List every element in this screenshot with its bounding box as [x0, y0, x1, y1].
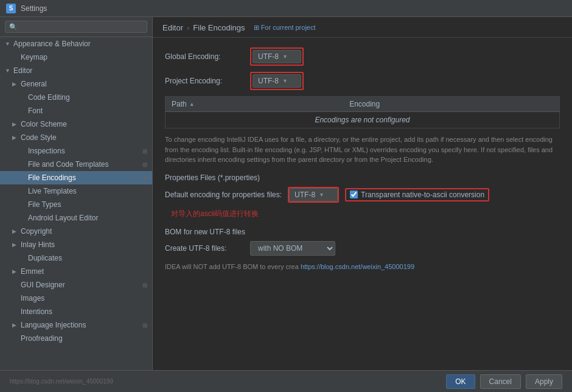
nav-arrow-icon: ▶ [12, 322, 21, 328]
sidebar-item-proofreading[interactable]: Proofreading [0, 332, 152, 345]
sidebar-item-appearance[interactable]: ▼Appearance & Behavior [0, 37, 152, 51]
sidebar-item-general[interactable]: ▶General [0, 77, 152, 91]
sidebar-item-emmet[interactable]: ▶Emmet [0, 265, 152, 278]
sidebar-item-intentions[interactable]: Intentions [0, 305, 152, 318]
breadcrumb-editor: Editor [162, 23, 183, 32]
table-empty-row: Encodings are not configured [166, 112, 560, 128]
ok-button[interactable]: OK [446, 374, 475, 389]
project-encoding-value: UTF-8 [258, 77, 279, 85]
sidebar-item-font[interactable]: Font [0, 104, 152, 117]
bom-info-static: IDEA will NOT add UTF-8 BOM to every cre… [165, 263, 299, 270]
sidebar-item-images[interactable]: Images [0, 292, 152, 305]
sidebar-item-file-types[interactable]: File Types [0, 198, 152, 211]
nav-arrow-icon: ▶ [12, 242, 21, 248]
global-encoding-value: UTF-8 [258, 52, 279, 61]
nav-label-intentions: Intentions [21, 307, 52, 316]
nav-label-file-types: File Types [28, 200, 61, 209]
bom-info-text: IDEA will NOT add UTF-8 BOM to every cre… [165, 262, 554, 272]
nav-label-duplicates: Duplicates [28, 254, 62, 262]
nav-label-language-injections: Language Injections [21, 321, 86, 329]
sidebar-item-color-scheme[interactable]: ▶Color Scheme [0, 117, 152, 131]
project-link[interactable]: ⊞ For current project [254, 24, 316, 32]
bom-row: Create UTF-8 files: with NO BOM with BOM [165, 241, 560, 256]
nav-label-inlay-hints: Inlay Hints [21, 240, 55, 249]
bom-info-link[interactable]: https://blog.csdn.net/weixin_45000199 [301, 263, 414, 270]
nav-label-appearance: Appearance & Behavior [13, 40, 91, 48]
nav-list: ▼Appearance & BehaviorKeymap▼Editor▶Gene… [0, 37, 152, 345]
sidebar-item-inlay-hints[interactable]: ▶Inlay Hints [0, 238, 152, 251]
bom-section-title: BOM for new UTF-8 files [165, 228, 560, 236]
properties-section-title: Properties Files (*.properties) [165, 173, 560, 182]
nav-label-copyright: Copyright [21, 227, 52, 236]
sidebar-item-code-style[interactable]: ▶Code Style [0, 131, 152, 144]
properties-encoding-arrow-icon: ▼ [319, 192, 324, 198]
table-empty-text: Encodings are not configured [166, 112, 560, 128]
sidebar-item-language-injections[interactable]: ▶Language Injections⊞ [0, 318, 152, 332]
breadcrumb-current: File Encodings [193, 23, 245, 32]
nav-label-color-scheme: Color Scheme [21, 120, 67, 128]
footer-bar: https://blog.csdn.net/weixin_45000199 OK… [0, 370, 572, 392]
nav-arrow-icon: ▶ [12, 135, 21, 141]
nav-label-editor: Editor [13, 66, 32, 75]
nav-label-file-encodings: File Encodings [28, 173, 76, 182]
global-encoding-label: Global Encoding: [165, 52, 244, 61]
nav-label-gui-designer: GUI Designer [21, 281, 65, 289]
table-col-encoding[interactable]: Encoding [343, 97, 559, 112]
encoding-info-text: To change encoding IntelliJ IDEA uses fo… [165, 135, 554, 165]
cancel-button[interactable]: Cancel [480, 374, 521, 389]
sidebar-item-live-templates[interactable]: Live Templates [0, 184, 152, 198]
encoding-table: Path ▲ Encoding Encodings are not config… [165, 96, 560, 128]
footer-url: https://blog.csdn.net/weixin_45000199 [10, 378, 113, 385]
content-header: Editor › File Encodings ⊞ For current pr… [153, 17, 572, 38]
nav-label-keymap: Keymap [21, 53, 47, 61]
nav-arrow-icon: ▼ [5, 68, 13, 74]
content-body: Global Encoding: UTF-8 ▼ Project Encodin… [153, 38, 572, 287]
nav-label-images: Images [21, 294, 44, 303]
nav-icon-right-file-encodings: ⊞ [142, 175, 147, 181]
sidebar: ▼Appearance & BehaviorKeymap▼Editor▶Gene… [0, 17, 153, 370]
title-bar-text: Settings [21, 4, 47, 13]
nav-icon-right-file-code-templates: ⊞ [142, 161, 147, 168]
sidebar-item-android-layout[interactable]: Android Layout Editor [0, 211, 152, 225]
sort-icon: ▲ [189, 101, 195, 107]
project-encoding-dropdown[interactable]: UTF-8 ▼ [253, 74, 301, 88]
nav-arrow-icon: ▶ [12, 81, 21, 87]
project-encoding-arrow-icon: ▼ [282, 78, 288, 84]
search-input[interactable] [5, 21, 147, 33]
main-content: Editor › File Encodings ⊞ For current pr… [153, 17, 572, 370]
transparent-conversion-highlight: Transparent native-to-ascii conversion [345, 188, 489, 201]
nav-label-inspections: Inspections [28, 147, 65, 155]
nav-label-proofreading: Proofreading [21, 334, 63, 343]
sidebar-item-inspections[interactable]: Inspections⊞ [0, 144, 152, 158]
app-icon: S [6, 4, 16, 13]
sidebar-item-file-encodings[interactable]: File Encodings⊞ [0, 171, 152, 184]
nav-label-emmet: Emmet [21, 267, 44, 276]
transparent-conversion-label[interactable]: Transparent native-to-ascii conversion [361, 191, 484, 199]
properties-encoding-dropdown[interactable]: UTF-8 ▼ [289, 188, 338, 201]
global-encoding-highlight: UTF-8 ▼ [250, 47, 304, 66]
global-encoding-arrow-icon: ▼ [282, 54, 288, 60]
sidebar-item-code-editing[interactable]: Code Editing [0, 91, 152, 104]
create-utf8-dropdown[interactable]: with NO BOM with BOM [250, 241, 335, 256]
nav-label-general: General [21, 80, 47, 88]
apply-button[interactable]: Apply [526, 374, 562, 389]
global-encoding-row: Global Encoding: UTF-8 ▼ [165, 47, 560, 66]
global-encoding-dropdown[interactable]: UTF-8 ▼ [253, 50, 301, 63]
nav-label-font: Font [28, 107, 43, 115]
nav-label-file-code-templates: File and Code Templates [28, 160, 109, 169]
nav-icon-right-inspections: ⊞ [142, 148, 147, 155]
sidebar-item-copyright[interactable]: ▶Copyright [0, 225, 152, 238]
properties-encoding-value: UTF-8 [295, 191, 315, 199]
nav-label-android-layout: Android Layout Editor [28, 214, 98, 222]
create-utf8-label: Create UTF-8 files: [165, 244, 244, 253]
sidebar-item-duplicates[interactable]: Duplicates [0, 251, 152, 265]
sidebar-item-editor[interactable]: ▼Editor [0, 64, 152, 77]
sidebar-item-gui-designer[interactable]: GUI Designer⊞ [0, 278, 152, 292]
nav-arrow-icon: ▶ [12, 121, 21, 127]
transparent-conversion-checkbox[interactable] [350, 191, 358, 198]
breadcrumb-sep: › [187, 23, 189, 32]
sidebar-item-keymap[interactable]: Keymap [0, 51, 152, 64]
table-col-path[interactable]: Path ▲ [166, 97, 344, 112]
sidebar-item-file-code-templates[interactable]: File and Code Templates⊞ [0, 158, 152, 171]
nav-arrow-icon: ▶ [12, 268, 21, 275]
